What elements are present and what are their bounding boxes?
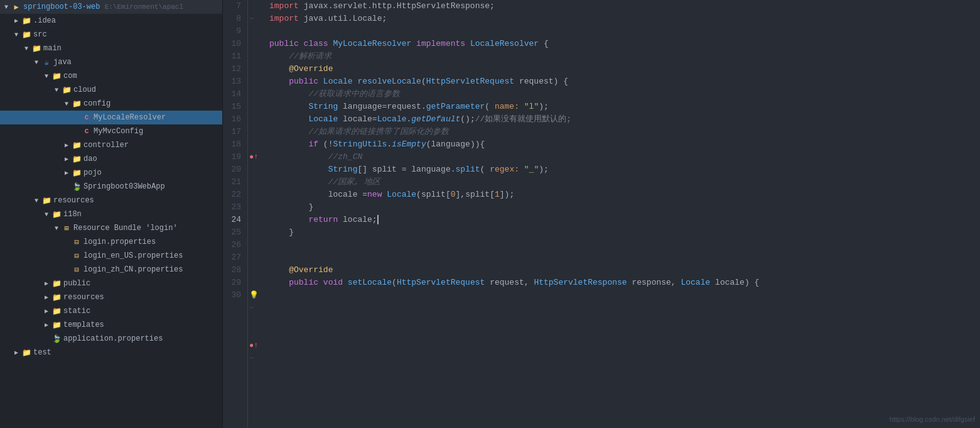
class-icon: C [82, 114, 92, 121]
app-props-icon: 🍃 [51, 334, 62, 344]
tree-item-i18n[interactable]: ▼ 📁 i18n [0, 207, 222, 221]
expand-arrow: ▼ [62, 101, 72, 107]
line-num-22: 22 [229, 189, 241, 201]
tree-item-controller[interactable]: ▶ 📁 controller [0, 138, 222, 152]
code-line-8: import java.util.Locale; [269, 13, 974, 25]
tree-item-java[interactable]: ▼ ☕ java [0, 55, 222, 69]
folder-icon: 📁 [21, 348, 31, 358]
tree-label: static [63, 307, 90, 316]
folder-icon: 📁 [21, 30, 31, 40]
line-num-24: 24 [229, 214, 241, 226]
tree-label: i18n [63, 210, 82, 219]
tree-item-resources[interactable]: ▼ 📁 resources [0, 194, 222, 207]
tree-item-login-props[interactable]: ▶ ⊟ login.properties [0, 235, 222, 249]
code-content: import javax.servlet.http.HttpServletRes… [263, 0, 980, 428]
tree-item-com[interactable]: ▼ 📁 com [0, 69, 222, 83]
tree-item-resource-bundle[interactable]: ▼ ⊞ Resource Bundle 'login' [0, 221, 222, 235]
gutter-breakpoint-13: ●↑ [249, 151, 258, 163]
tree-item-login-zh-props[interactable]: ▶ ⊟ login_zh_CN.properties [0, 263, 222, 277]
folder-icon: 📁 [21, 16, 31, 26]
tree-label: main [43, 44, 62, 53]
code-line-20: String[] split = language.split( regex: … [269, 163, 974, 176]
expand-arrow: ▼ [31, 59, 41, 66]
tree-label: cloud [73, 85, 96, 94]
line-num-8: 8 [229, 13, 241, 25]
expand-arrow: ▼ [11, 31, 21, 38]
gutter-breakpoint-28: ●↑ [249, 339, 258, 352]
line-num-21: 21 [229, 176, 241, 189]
code-line-17: //如果请求的链接携带了国际化的参数 [269, 126, 974, 138]
tree-item-app-props[interactable]: ▶ 🍃 application.properties [0, 332, 222, 346]
line-num-18: 18 [229, 138, 241, 151]
code-line-26 [269, 239, 974, 251]
code-line-10: public class MyLocaleResolver implements… [269, 38, 974, 50]
expand-arrow: ▼ [1, 4, 11, 11]
code-line-30 [269, 289, 974, 302]
tree-label: templates [63, 321, 104, 329]
tree-label: com [63, 72, 77, 80]
tree-item-root[interactable]: ▼ ▶ springboot-03-web E:\Emironment\apac… [0, 0, 222, 14]
code-line-29: public void setLocale(HttpServletRequest… [269, 277, 974, 289]
tree-item-test[interactable]: ▶ 📁 test [0, 346, 222, 359]
expand-arrow: ▶ [62, 169, 72, 177]
line-num-30: 30 [229, 289, 241, 302]
bundle-icon: ⊞ [62, 224, 72, 233]
tree-item-cloud[interactable]: ▼ 📁 cloud [0, 83, 222, 97]
gutter-fold-29: − [249, 352, 254, 365]
line-num-17: 17 [229, 126, 241, 138]
tree-label: login_zh_CN.properties [83, 265, 183, 274]
tree-item-dao[interactable]: ▶ 📁 dao [0, 152, 222, 166]
tree-label: Resource Bundle 'login' [73, 224, 178, 233]
expand-arrow: ▼ [51, 225, 62, 232]
props-icon: ⊟ [72, 265, 82, 275]
line-num-28: 28 [229, 264, 241, 277]
props-icon: ⊟ [72, 251, 82, 261]
tree-label: application.properties [63, 334, 163, 343]
line-num-11: 11 [229, 50, 241, 63]
line-numbers: 7 8 9 10 11 12 13 14 15 16 17 18 19 20 2… [223, 0, 248, 428]
tree-item-main[interactable]: ▼ 📁 main [0, 41, 222, 55]
folder-icon: 📁 [72, 141, 82, 150]
tree-label: login_en_US.properties [83, 251, 183, 260]
tree-item-static[interactable]: ▶ 📁 static [0, 304, 222, 318]
expand-arrow: ▼ [41, 211, 51, 218]
line-num-7: 7 [229, 0, 241, 13]
folder-icon: 📁 [72, 168, 82, 178]
expand-arrow: ▶ [41, 307, 51, 315]
tree-item-public[interactable]: ▶ 📁 public [0, 277, 222, 290]
tree-label: controller [83, 141, 129, 150]
tree-item-templates[interactable]: ▶ 📁 templates [0, 318, 222, 332]
tree-item-pojo[interactable]: ▶ 📁 pojo [0, 166, 222, 180]
tree-label: MyLocaleResolver [94, 113, 166, 122]
tree-item-resources2[interactable]: ▶ 📁 resources [0, 290, 222, 304]
tree-label: Springboot03WebApp [83, 182, 165, 191]
folder-icon: 📁 [51, 321, 62, 330]
file-tree[interactable]: ▼ ▶ springboot-03-web E:\Emironment\apac… [0, 0, 223, 428]
tree-item-config[interactable]: ▼ 📁 config [0, 97, 222, 111]
tree-item-springboot03webapp[interactable]: ▶ 🍃 Springboot03WebApp [0, 180, 222, 194]
tree-label: test [33, 348, 51, 357]
tree-label: resources [53, 196, 94, 205]
expand-arrow: ▶ [41, 321, 51, 329]
code-line-21: //国家, 地区 [269, 176, 974, 189]
code-line-16: Locale locale=Locale.getDefault();//如果没有… [269, 113, 974, 126]
tree-item-idea[interactable]: ▶ 📁 .idea [0, 14, 222, 28]
code-editor[interactable]: 7 8 9 10 11 12 13 14 15 16 17 18 19 20 2… [223, 0, 980, 428]
code-line-13: public Locale resolveLocale(HttpServletR… [269, 75, 974, 88]
tree-item-mymvcconfig[interactable]: ▶ C MyMvcConfig [0, 124, 222, 138]
tree-item-mylocaleresolver[interactable]: ▶ C MyLocaleResolver [0, 111, 222, 124]
code-line-27 [269, 251, 974, 264]
code-line-18: if (!StringUtils.isEmpty(language)){ [269, 138, 974, 151]
tree-item-login-en-props[interactable]: ▶ ⊟ login_en_US.properties [0, 249, 222, 263]
spring-icon: 🍃 [72, 182, 82, 192]
tree-label: src [33, 30, 47, 39]
gutter-bulb-24: 💡 [249, 289, 259, 302]
tree-label: springboot-03-web E:\Emironment\apacl [23, 3, 183, 11]
tree-item-src[interactable]: ▼ 📁 src [0, 28, 222, 41]
folder-icon: 📁 [51, 210, 62, 219]
gutter-fold-25: − [249, 302, 254, 314]
code-line-9 [269, 25, 974, 38]
line-num-19: 19 [229, 151, 241, 163]
folder-icon: 📁 [62, 85, 72, 95]
code-line-19: //zh_CN [269, 151, 974, 163]
